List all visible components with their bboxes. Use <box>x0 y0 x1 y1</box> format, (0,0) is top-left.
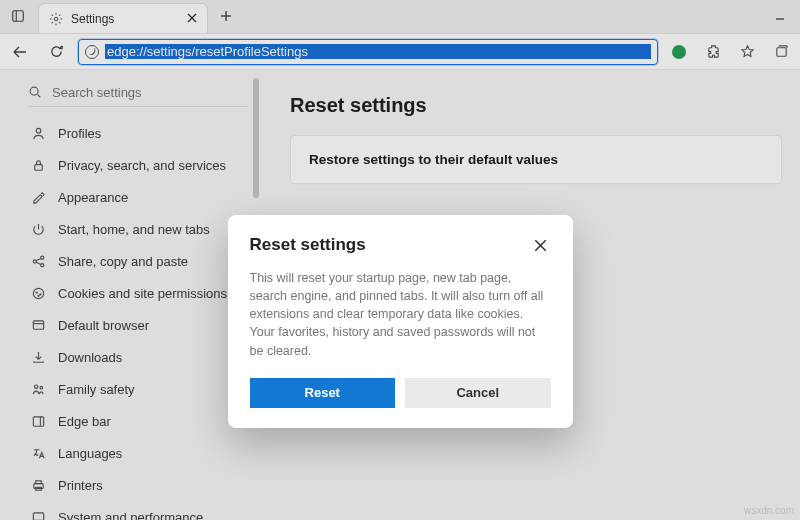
close-icon[interactable] <box>531 235 551 255</box>
dialog-body: This will reset your startup page, new t… <box>250 269 551 360</box>
modal-overlay: Reset settings This will reset your star… <box>0 0 800 520</box>
cancel-button[interactable]: Cancel <box>405 378 551 408</box>
watermark: wsxdn.com <box>744 505 794 516</box>
reset-button[interactable]: Reset <box>250 378 396 408</box>
reset-dialog: Reset settings This will reset your star… <box>228 215 573 428</box>
dialog-title: Reset settings <box>250 235 366 255</box>
